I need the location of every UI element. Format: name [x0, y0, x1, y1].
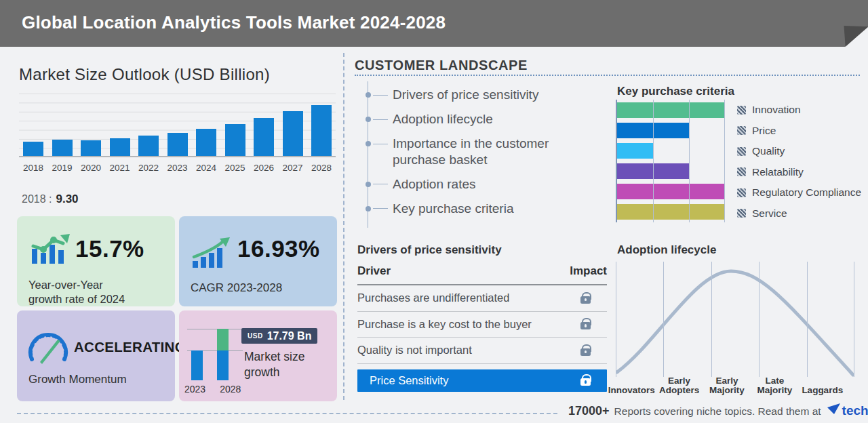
mini-bar-2023 — [191, 350, 203, 380]
yoy-label-line1: Year-over-Year — [28, 278, 125, 292]
market-bar — [254, 118, 274, 156]
growth-label: Market size growth — [244, 349, 304, 380]
impact-cell — [564, 375, 607, 386]
market-bar — [283, 111, 303, 156]
drivers-table-header: Driver Impact — [357, 264, 607, 285]
lifecycle-stage-label: EarlyMajority — [703, 371, 751, 396]
legend-item: Innovation — [737, 102, 861, 117]
customer-landscape-list: Drivers of price sensitivityAdoption lif… — [368, 81, 598, 228]
price-sensitivity-label: Price Sensitivity — [370, 374, 564, 387]
landscape-item: Key purchase criteria — [368, 201, 598, 216]
bar-slot — [20, 94, 46, 156]
market-size-growth-card: 2023 2028 USD 17.79 Bn Market size growt… — [179, 310, 337, 401]
x-axis-label: 2026 — [250, 163, 278, 173]
legend-item: Relatability — [737, 165, 861, 180]
bar-slot — [136, 94, 161, 156]
driver-label: Purchases are undifferentiated — [357, 291, 564, 304]
brand-tech: tech — [842, 403, 868, 418]
bar-slot — [280, 94, 306, 156]
x-axis-label: 2025 — [221, 163, 250, 173]
landscape-item: Drivers of price sensitivity — [368, 87, 598, 102]
price-sensitivity-row: Price Sensitivity — [357, 369, 607, 392]
technavio-logo[interactable]: technavio™ — [827, 403, 868, 418]
lifecycle-gridline — [663, 262, 664, 377]
mini-gridline — [187, 329, 243, 329]
driver-row: Purchases are undifferentiated — [357, 285, 607, 312]
landscape-item: Importance in the customer purchase bask… — [368, 136, 598, 167]
bar-slot — [222, 94, 248, 156]
driver-label: Quality is not important — [357, 344, 564, 357]
bar-slot — [251, 94, 277, 156]
market-bar — [110, 138, 130, 156]
legend-label: Price — [752, 125, 776, 137]
mini-year-2023: 2023 — [184, 384, 205, 395]
legend-swatch-icon — [737, 209, 746, 218]
legend-label: Service — [752, 207, 787, 220]
lifecycle-gridline — [759, 262, 760, 377]
market-bar — [52, 140, 73, 156]
legend-item: Price — [737, 123, 861, 138]
legend-swatch-icon — [737, 188, 746, 197]
criteria-bar — [617, 143, 653, 159]
legend-swatch-icon — [737, 126, 746, 135]
criteria-bar — [617, 184, 725, 199]
legend-label: Innovation — [752, 104, 801, 116]
x-axis-label: 2024 — [192, 163, 220, 173]
lock-icon — [580, 296, 591, 304]
lifecycle-stage-label: LateMajority — [751, 371, 798, 396]
drivers-title: Drivers of price sensitivity — [357, 243, 502, 257]
badge-currency: USD — [248, 332, 263, 340]
criteria-bar — [617, 102, 725, 118]
cagr-label: CAGR 2023-2028 — [191, 281, 282, 295]
market-size-title: Market Size Outlook (USD Billion) — [19, 65, 270, 84]
customer-landscape-title: CUSTOMER LANDSCAPE — [355, 58, 528, 73]
impact-cell — [564, 319, 607, 329]
criteria-gridline — [724, 100, 725, 222]
driver-label: Purchase is a key cost to the buyer — [357, 318, 564, 331]
legend-swatch-icon — [737, 147, 746, 156]
mini-bar-2028-base — [217, 350, 229, 380]
x-axis-label: 2021 — [106, 163, 134, 173]
driver-row: Quality is not important — [357, 338, 607, 364]
key-purchase-criteria-title: Key purchase criteria — [617, 85, 734, 98]
infographic-page: Global Location Analytics Tools Market 2… — [0, 0, 868, 423]
yoy-growth-card: 15.7% Year-over-Year growth rate of 2024 — [17, 216, 175, 306]
legend-swatch-icon — [737, 106, 746, 115]
note-value: 9.30 — [56, 193, 78, 205]
momentum-label: Growth Momentum — [28, 373, 127, 386]
market-bar — [225, 124, 245, 156]
lock-icon — [580, 378, 591, 386]
header-bar: Global Location Analytics Tools Market 2… — [0, 0, 868, 47]
bar-trend-icon — [29, 231, 71, 270]
legend-item: Regulatory Compliance — [737, 185, 861, 200]
footer-text: Reports covering niche topics. Read them… — [614, 405, 821, 418]
bar-slot — [107, 94, 133, 156]
market-growth-badge: USD 17.79 Bn — [241, 328, 317, 344]
section-divider — [343, 53, 344, 400]
bar-slot — [309, 94, 334, 156]
market-bar — [196, 129, 216, 156]
lifecycle-gridline — [854, 262, 854, 377]
legend-label: Quality — [752, 145, 785, 157]
page-title: Global Location Analytics Tools Market 2… — [22, 0, 446, 45]
market-note: 2018 :9.30 — [22, 193, 79, 206]
x-axis-label: 2028 — [307, 163, 336, 173]
drivers-rows: Purchases are undifferentiatedPurchase i… — [357, 285, 607, 364]
footer-dashed-line — [17, 413, 557, 414]
cagr-value: 16.93% — [237, 235, 320, 262]
technavio-arrow-icon — [827, 403, 841, 415]
lock-icon — [580, 322, 591, 329]
growth-label-line2: growth — [244, 365, 304, 380]
report-count: 17000+ — [568, 404, 610, 418]
market-bar — [311, 105, 332, 156]
bar-slot — [165, 94, 191, 156]
impact-cell — [564, 293, 607, 304]
lifecycle-gridline — [807, 262, 808, 377]
lock-icon — [580, 348, 591, 356]
lifecycle-gridline — [616, 262, 616, 377]
market-bar — [167, 133, 188, 157]
cagr-trend-icon — [191, 237, 232, 270]
market-bar — [81, 140, 101, 156]
x-axis-label: 2027 — [279, 163, 307, 173]
legend-item: Service — [737, 206, 861, 221]
